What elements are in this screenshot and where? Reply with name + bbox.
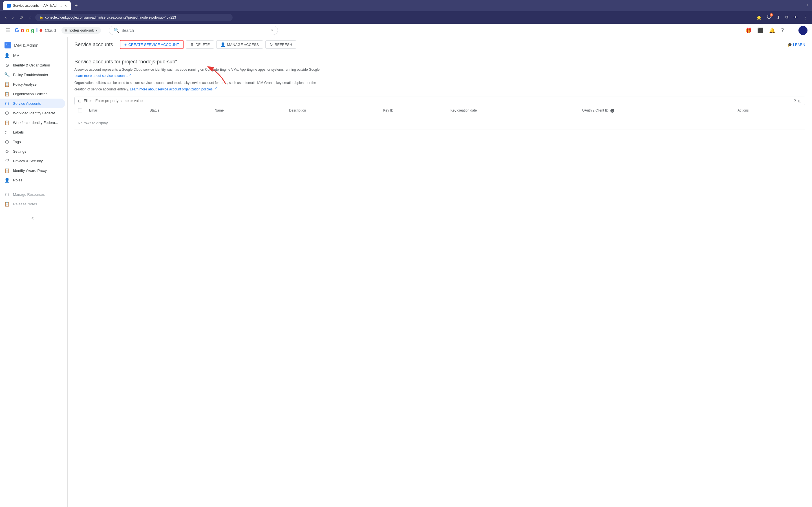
sidebar-item-tags[interactable]: ⬡ Tags [0, 137, 65, 147]
sidebar-item-policy-troubleshooter[interactable]: 🔧 Policy Troubleshooter [0, 70, 65, 79]
external-link-icon-2: ↗ [214, 87, 217, 90]
sidebar-item-identity-org[interactable]: ⊙ Identity & Organization [0, 60, 65, 70]
sidebar-item-label: Policy Troubleshooter [13, 73, 48, 77]
sidebar-item-workforce-identity[interactable]: 📋 Workforce Identity Federa... [0, 118, 65, 127]
home-btn[interactable]: ⌂ [27, 14, 33, 21]
sidebar-divider-2 [0, 211, 67, 211]
sidebar-item-org-policies[interactable]: 📋 Organization Policies [0, 89, 65, 99]
select-all-checkbox[interactable] [78, 108, 82, 112]
browser-more-btn[interactable]: ⋮ [802, 14, 809, 21]
lock-icon: 🔒 [39, 15, 43, 19]
sidebar-item-settings[interactable]: ⚙ Settings [0, 147, 65, 156]
sidebar-item-label: Tags [13, 140, 20, 144]
table-th-key-creation-date: Key creation date [447, 105, 579, 116]
user-avatar[interactable] [799, 26, 808, 35]
sidebar-item-roles[interactable]: 👤 Roles [0, 175, 65, 185]
header-right-icons: 🎁 ⬛ 🔔 ? ⋮ [744, 25, 808, 35]
project-selector[interactable]: nodejs-pub-sub ▾ [61, 27, 101, 34]
table-empty-row: No rows to display [74, 116, 805, 129]
bookmark-btn[interactable]: ⭐ [755, 14, 763, 21]
new-tab-btn[interactable]: + [73, 3, 80, 9]
sidebar: 🛡 IAM & Admin 👤 IAM ⊙ Identity & Organiz… [0, 37, 68, 507]
app-header: ☰ Google Cloud nodejs-pub-sub ▾ 🔍 Search… [0, 24, 812, 37]
table-th-oauth2: OAuth 2 Client ID ? [579, 105, 734, 116]
shield-btn[interactable]: 🛡 3 [766, 14, 772, 21]
identity-aware-proxy-icon: 📋 [4, 168, 10, 173]
sidebar-item-iam[interactable]: 👤 IAM [0, 51, 65, 60]
table-th-checkbox [74, 105, 86, 116]
learn-more-link-2[interactable]: Learn more about service account organiz… [130, 87, 217, 91]
page-content: Service accounts for project "nodejs-pub… [68, 52, 812, 136]
oauth2-help-icon[interactable]: ? [610, 109, 614, 113]
empty-message: No rows to display [74, 116, 805, 129]
sidebar-item-identity-aware-proxy[interactable]: 📋 Identity-Aware Proxy [0, 166, 65, 175]
eye-btn[interactable]: 👁 [792, 14, 799, 21]
learn-icon: 🎓 [788, 43, 792, 47]
table-th-email[interactable]: Email [86, 105, 146, 116]
sidebar-item-service-accounts[interactable]: ⬡ Service Accounts [0, 99, 65, 108]
notification-btn[interactable]: 🔔 [767, 25, 777, 35]
browser-menu-btn[interactable]: ⋮ [805, 3, 809, 8]
sidebar-collapse-btn[interactable]: ◁ [0, 214, 65, 222]
sidebar-item-workload-identity[interactable]: ⬡ Workload Identity Federat... [0, 108, 65, 118]
terminal-btn[interactable]: ⬛ [756, 25, 765, 35]
table-th-name[interactable]: Name ↑ [211, 105, 286, 116]
sidebar-item-privacy-security[interactable]: 🛡 Privacy & Security [0, 156, 65, 166]
delete-btn-label: DELETE [196, 43, 210, 47]
tab-title: Service accounts – IAM & Adm... [13, 4, 62, 8]
email-col-label: Email [89, 108, 98, 112]
back-btn[interactable]: ‹ [3, 14, 8, 21]
google-cloud-logo[interactable]: Google Cloud [15, 27, 56, 34]
key-id-col-label: Key ID [383, 108, 393, 112]
manage-access-btn-label: MANAGE ACCESS [227, 43, 259, 47]
sidebar-item-label: Labels [13, 130, 24, 134]
filter-help-icon[interactable]: ? [794, 99, 796, 103]
sidebar-item-label: Settings [13, 149, 26, 154]
key-creation-date-col-label: Key creation date [451, 108, 477, 112]
sidebar-header-icon: 🛡 [4, 42, 11, 48]
browser-nav-bar: ‹ › ↺ ⌂ 🔒 console.cloud.google.com/iam-a… [0, 11, 812, 24]
data-table: Email Status Name ↑ Description [74, 105, 805, 130]
sidebar-item-label: Release Notes [13, 202, 37, 206]
filter-cols-icon[interactable]: ⊞ [798, 99, 802, 103]
filter-bar: ⊟ Filter ? ⊞ [74, 97, 805, 105]
sidebar-title: IAM & Admin [14, 43, 39, 48]
service-accounts-icon: ⬡ [4, 101, 10, 106]
labels-icon: 🏷 [4, 129, 10, 135]
sidebar-item-manage-resources[interactable]: ⬡ Manage Resources [0, 189, 65, 199]
gift-btn[interactable]: 🎁 [744, 25, 753, 35]
search-bar[interactable]: 🔍 Search × [109, 25, 278, 35]
org-policies-icon: 📋 [4, 91, 10, 96]
content-toolbar: Service accounts + CREATE SERVICE ACCOUN… [68, 37, 812, 52]
address-bar[interactable]: 🔒 console.cloud.google.com/iam-admin/ser… [35, 14, 233, 21]
menu-btn[interactable]: ☰ [4, 26, 11, 35]
sidebar-divider [0, 187, 67, 187]
browser-tab-bar: Service accounts – IAM & Adm... × + ⋮ [0, 0, 812, 11]
reload-btn[interactable]: ↺ [18, 14, 25, 21]
split-btn[interactable]: ⧉ [784, 14, 790, 21]
active-tab[interactable]: Service accounts – IAM & Adm... × [3, 1, 71, 10]
more-btn[interactable]: ⋮ [788, 25, 796, 35]
delete-icon: 🗑 [190, 42, 194, 47]
filter-input[interactable] [95, 99, 792, 103]
search-clear-btn[interactable]: × [271, 28, 273, 33]
roles-icon: 👤 [4, 177, 10, 182]
forward-btn[interactable]: › [10, 14, 15, 21]
manage-access-btn[interactable]: 👤 MANAGE ACCESS [216, 40, 263, 49]
delete-btn[interactable]: 🗑 DELETE [186, 40, 214, 49]
search-placeholder: Search [121, 28, 134, 33]
create-service-account-btn[interactable]: + CREATE SERVICE ACCOUNT [120, 40, 184, 49]
sidebar-item-labels[interactable]: 🏷 Labels [0, 127, 65, 137]
download-btn[interactable]: ⬇ [775, 14, 781, 21]
collapse-icon: ◁ [31, 216, 34, 220]
refresh-btn[interactable]: ↻ REFRESH [265, 40, 296, 49]
sidebar-item-release-notes[interactable]: 📋 Release Notes [0, 199, 65, 209]
policy-troubleshooter-icon: 🔧 [4, 72, 10, 77]
sidebar-item-policy-analyzer[interactable]: 📋 Policy Analyzer [0, 79, 65, 89]
tab-close-btn[interactable]: × [64, 3, 67, 8]
help-btn[interactable]: ? [779, 25, 785, 35]
filter-label: Filter [84, 99, 92, 103]
browser-right-icons: ⭐ 🛡 3 ⬇ ⧉ 👁 ⋮ [755, 14, 809, 21]
learn-more-link-1[interactable]: Learn more about service accounts. ↗ [74, 74, 132, 78]
learn-btn[interactable]: 🎓 LEARN [788, 43, 805, 47]
